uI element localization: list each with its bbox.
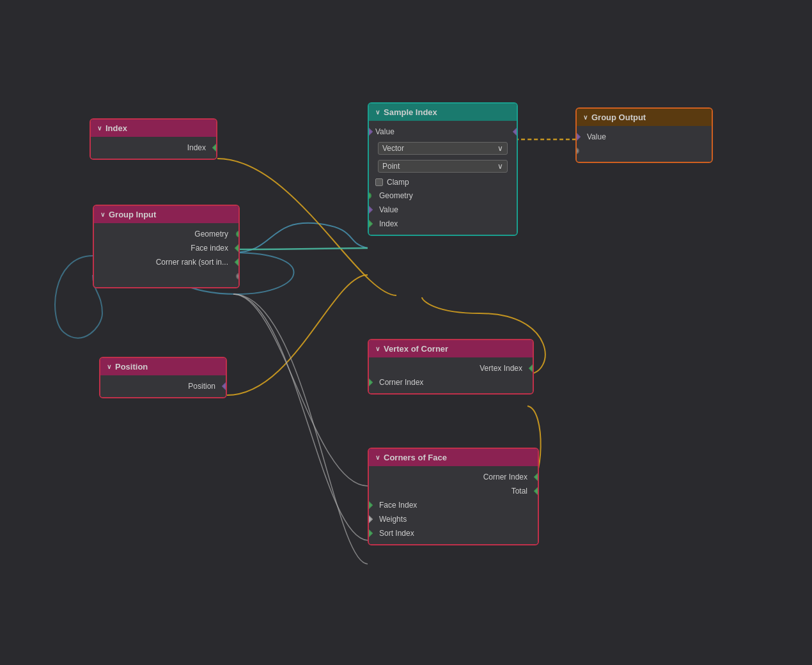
sample-index-header[interactable]: ∨ Sample Index	[369, 104, 517, 121]
point-dropdown[interactable]: Point ∨	[378, 160, 508, 173]
vertex-index-output-row: Vertex Index	[369, 361, 533, 375]
geometry-output-label: Geometry	[194, 230, 228, 239]
cof-face-index-input-row: Face Index	[369, 498, 538, 512]
group-input-body: Geometry Face index Corner rank (sort in…	[94, 223, 238, 287]
cof-weights-input-label: Weights	[379, 515, 407, 524]
cof-corner-index-output-label: Corner Index	[483, 473, 527, 481]
position-output-socket[interactable]	[222, 382, 227, 391]
go-value-input-socket[interactable]	[575, 132, 581, 141]
index-output-row: Index	[91, 141, 216, 155]
cof-corner-index-output-row: Corner Index	[369, 470, 538, 484]
position-chevron[interactable]: ∨	[107, 363, 111, 370]
group-input-chevron[interactable]: ∨	[100, 211, 105, 218]
index-node-title: Index	[105, 123, 127, 133]
cof-weights-input-row: Weights	[369, 512, 538, 526]
vector-dropdown[interactable]: Vector ∨	[378, 142, 508, 155]
point-dropdown-arrow: ∨	[497, 162, 503, 171]
point-dropdown-label: Point	[382, 162, 400, 171]
corner-index-input-socket[interactable]	[368, 378, 373, 387]
group-output-chevron[interactable]: ∨	[583, 114, 588, 121]
index-node-header[interactable]: ∨ Index	[91, 120, 216, 137]
corners-of-face-chevron[interactable]: ∨	[375, 454, 380, 461]
sample-value-output-socket[interactable]	[513, 127, 518, 136]
group-input-title: Group Input	[109, 210, 156, 219]
group-output-header[interactable]: ∨ Group Output	[577, 109, 712, 126]
geometry-input-row: Geometry	[369, 189, 517, 203]
face-index-output-row: Face index	[94, 241, 238, 255]
corners-of-face-header[interactable]: ∨ Corners of Face	[369, 449, 538, 466]
index-chevron[interactable]: ∨	[97, 125, 102, 132]
vertex-index-output-socket[interactable]	[529, 364, 534, 373]
vertex-of-corner-header[interactable]: ∨ Vertex of Corner	[369, 340, 533, 357]
cof-face-index-input-label: Face Index	[379, 501, 417, 510]
geometry-output-row: Geometry	[94, 227, 238, 241]
group-input-header[interactable]: ∨ Group Input	[94, 206, 238, 223]
go-extra-socket[interactable]	[575, 148, 579, 154]
cof-corner-index-output-socket[interactable]	[534, 473, 539, 481]
corner-rank-output-socket[interactable]	[235, 258, 240, 267]
position-title: Position	[115, 362, 148, 372]
value-input-label: Value	[379, 205, 398, 214]
group-output-body: Value	[577, 126, 712, 162]
sample-value-output-label: Value	[375, 127, 394, 136]
index-input-socket[interactable]	[368, 219, 373, 228]
clamp-label: Clamp	[387, 178, 409, 187]
index-node-body: Index	[91, 137, 216, 159]
index-input-row: Index	[369, 217, 517, 231]
vertex-of-corner-body: Vertex Index Corner Index	[369, 357, 533, 393]
group-input-extra-row	[94, 269, 238, 283]
sample-index-title: Sample Index	[384, 107, 437, 117]
index-label: Index	[187, 143, 206, 152]
clamp-checkbox[interactable]	[375, 178, 383, 186]
corner-index-input-label: Corner Index	[379, 378, 423, 387]
vertex-index-output-label: Vertex Index	[480, 364, 522, 373]
vertex-of-corner-title: Vertex of Corner	[384, 344, 448, 354]
value-input-row: Value	[369, 203, 517, 217]
vector-dropdown-row[interactable]: Vector ∨	[373, 140, 513, 157]
vertex-of-corner-chevron[interactable]: ∨	[375, 345, 380, 352]
go-value-label: Value	[587, 132, 606, 141]
group-input-extra-socket[interactable]	[236, 273, 240, 279]
face-index-output-socket[interactable]	[235, 244, 240, 253]
cof-total-output-row: Total	[369, 484, 538, 498]
go-value-row: Value	[577, 130, 712, 144]
cof-sort-index-input-row: Sort Index	[369, 526, 538, 540]
position-node: ∨ Position Position	[99, 357, 227, 398]
vertex-of-corner-node: ∨ Vertex of Corner Vertex Index Corner I…	[368, 339, 534, 395]
geometry-input-label: Geometry	[379, 191, 413, 200]
corners-of-face-title: Corners of Face	[384, 453, 447, 462]
group-output-title: Group Output	[591, 113, 646, 122]
cof-total-output-label: Total	[511, 487, 527, 496]
position-output-row: Position	[100, 379, 226, 393]
geometry-input-socket[interactable]	[368, 192, 371, 199]
sample-index-node: ∨ Sample Index Value Vector ∨ Point ∨ Cl…	[368, 102, 518, 236]
cof-sort-index-input-socket[interactable]	[368, 529, 373, 538]
group-input-node: ∨ Group Input Geometry Face index Corner…	[93, 205, 240, 288]
face-index-output-label: Face index	[191, 244, 228, 253]
cof-weights-input-socket[interactable]	[368, 515, 373, 524]
corners-of-face-node: ∨ Corners of Face Corner Index Total Fac…	[368, 448, 539, 545]
corner-index-input-row: Corner Index	[369, 375, 533, 389]
position-header[interactable]: ∨ Position	[100, 358, 226, 375]
sample-value-input-socket-top[interactable]	[368, 127, 373, 136]
geometry-output-socket[interactable]	[236, 231, 240, 237]
corners-of-face-body: Corner Index Total Face Index Weights So…	[369, 466, 538, 544]
index-node: ∨ Index Index	[90, 118, 217, 160]
cof-face-index-input-socket[interactable]	[368, 501, 373, 510]
sample-index-chevron[interactable]: ∨	[375, 109, 380, 116]
index-output-socket[interactable]	[212, 143, 217, 152]
cof-total-output-socket[interactable]	[534, 487, 539, 496]
corner-rank-output-label: Corner rank (sort in...	[156, 258, 228, 267]
point-dropdown-row[interactable]: Point ∨	[373, 158, 513, 175]
go-extra-row	[577, 144, 712, 158]
connections-svg	[0, 0, 812, 665]
sample-index-body: Value Vector ∨ Point ∨ Clamp Geometry	[369, 121, 517, 235]
value-input-socket[interactable]	[368, 205, 373, 214]
sample-value-output-row: Value	[369, 125, 517, 139]
position-body: Position	[100, 375, 226, 397]
group-output-node: ∨ Group Output Value	[575, 107, 713, 163]
position-output-label: Position	[188, 382, 215, 391]
clamp-row: Clamp	[369, 176, 517, 189]
cof-sort-index-input-label: Sort Index	[379, 529, 414, 538]
vector-dropdown-label: Vector	[382, 144, 404, 153]
